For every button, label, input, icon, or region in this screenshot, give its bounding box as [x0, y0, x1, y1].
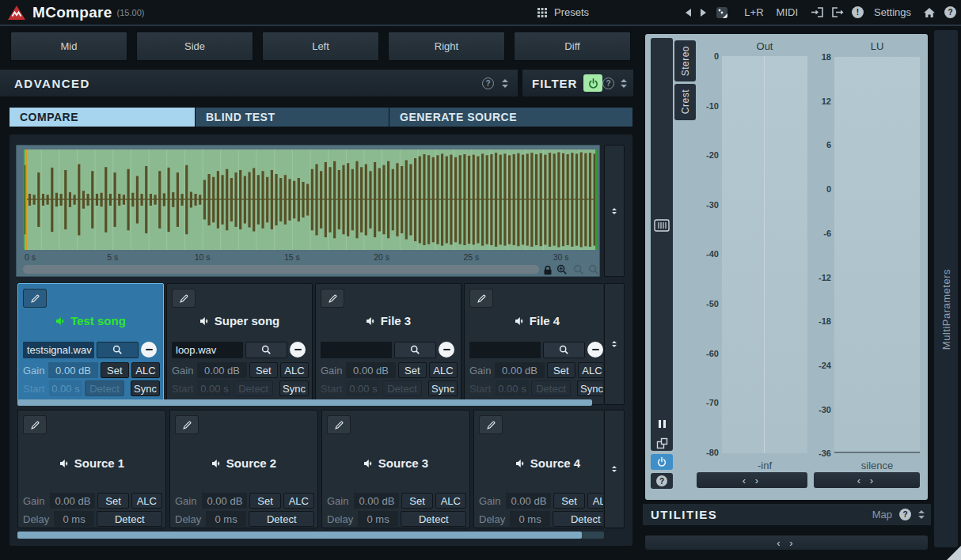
gain-value[interactable]: 0.00 dB [346, 362, 395, 378]
sources-scrollbar-track[interactable] [17, 532, 604, 539]
lock-button[interactable] [543, 264, 553, 278]
gain-value[interactable]: 0.00 dB [50, 493, 95, 509]
set-button[interactable]: Set [547, 362, 575, 378]
filename-field[interactable]: testsignal.wav [23, 342, 94, 358]
channel-button-diff[interactable]: Diff [514, 32, 631, 61]
start-value[interactable]: 0.00 s [198, 380, 231, 396]
tab-compare[interactable]: COMPARE [9, 108, 195, 127]
multiparameters-strip[interactable]: MultiParameters [934, 30, 958, 547]
window-resize-grip[interactable] [947, 546, 961, 560]
filter-collapse-control[interactable] [621, 79, 627, 88]
alc-button[interactable]: ALC [283, 493, 314, 509]
set-button[interactable]: Set [249, 362, 278, 378]
pause-button[interactable] [651, 416, 673, 432]
home-button[interactable] [923, 7, 936, 18]
advanced-help-icon[interactable]: ? [482, 78, 494, 89]
detect-button[interactable]: Detect [97, 511, 162, 527]
set-button[interactable]: Set [401, 493, 432, 509]
file-slot[interactable]: File 3 Gain 0.00 dB Set ALC Start 0.00 s… [315, 283, 462, 405]
import-button[interactable] [811, 6, 824, 18]
filter-help-icon[interactable]: ? [602, 78, 614, 89]
waveform-plot[interactable] [23, 149, 597, 250]
alc-button[interactable]: ALC [435, 493, 466, 509]
alc-button[interactable]: ALC [587, 493, 603, 509]
gain-value[interactable]: 0.00 dB [48, 362, 97, 378]
channel-button-mid[interactable]: Mid [10, 32, 127, 61]
waveform-display[interactable]: 0 s5 s10 s15 s20 s25 s30 s [16, 145, 600, 277]
file-slot[interactable]: File 4 Gain 0.00 dB Set ALC Start 0.00 s… [464, 283, 603, 405]
detect-button[interactable]: Detect [531, 380, 571, 396]
start-value[interactable]: 0.00 s [347, 380, 380, 396]
alc-button[interactable]: ALC [578, 362, 603, 378]
sync-button[interactable]: Sync [577, 380, 603, 396]
remove-button[interactable] [439, 342, 454, 358]
help-button[interactable]: ? [944, 6, 956, 18]
detect-button[interactable]: Detect [85, 380, 124, 396]
sync-button[interactable]: Sync [279, 380, 309, 396]
browse-button[interactable] [543, 342, 585, 358]
edit-button[interactable] [172, 289, 196, 308]
start-value[interactable]: 0.00 s [496, 380, 529, 396]
info-button[interactable]: ! [852, 6, 864, 18]
zoom-in-button[interactable] [556, 264, 568, 278]
remove-button[interactable] [587, 342, 603, 358]
detect-button[interactable]: Detect [401, 511, 466, 527]
popup-button[interactable] [651, 435, 673, 451]
random-preset-button[interactable] [716, 6, 728, 19]
edit-button[interactable] [479, 415, 503, 434]
waveform-scrollbar[interactable] [23, 265, 539, 274]
source-slot[interactable]: Source 4 Gain 0.00 dB Set ALC Delay 0 ms… [473, 410, 603, 528]
waveform-resize-strip[interactable] [604, 145, 625, 277]
channel-mode-button[interactable]: L+R [744, 6, 763, 18]
source-slot[interactable]: Source 3 Gain 0.00 dB Set ALC Delay 0 ms… [321, 410, 470, 528]
detect-button[interactable]: Detect [249, 511, 314, 527]
lu-resize-bar[interactable]: ‹ › [814, 472, 920, 488]
files-scrollbar[interactable] [17, 399, 592, 406]
alc-button[interactable]: ALC [429, 362, 458, 378]
filename-field[interactable] [321, 342, 392, 358]
filename-field[interactable]: loop.wav [172, 342, 243, 358]
source-slot[interactable]: Source 1 Gain 0.00 dB Set ALC Delay 0 ms… [17, 410, 166, 528]
sources-resize-strip[interactable] [604, 410, 625, 528]
meter-help-button[interactable]: ? [651, 473, 673, 489]
gain-value[interactable]: 0.00 dB [354, 493, 399, 509]
start-value[interactable]: 0.00 s [49, 380, 82, 396]
gain-value[interactable]: 0.00 dB [506, 493, 551, 509]
midi-button[interactable]: MIDI [777, 6, 798, 18]
set-button[interactable]: Set [249, 493, 280, 509]
utilities-help-icon[interactable]: ? [899, 509, 911, 520]
export-button[interactable] [831, 6, 845, 18]
advanced-section-header[interactable]: ADVANCED ? [0, 70, 518, 96]
browse-button[interactable] [394, 342, 436, 358]
detect-button[interactable]: Detect [234, 380, 273, 396]
delay-value[interactable]: 0 ms [358, 511, 399, 527]
browse-button[interactable] [245, 342, 287, 358]
advanced-collapse-control[interactable] [502, 79, 508, 88]
set-button[interactable]: Set [101, 362, 129, 378]
remove-button[interactable] [141, 342, 157, 358]
file-slot[interactable]: Super song loop.wav Gain 0.00 dB Set ALC… [166, 283, 313, 405]
filter-power-button[interactable] [583, 74, 602, 92]
edit-button[interactable] [321, 289, 344, 308]
edit-button[interactable] [327, 415, 351, 434]
edit-button[interactable] [23, 415, 47, 434]
delay-value[interactable]: 0 ms [54, 511, 95, 527]
preset-prev-button[interactable] [686, 9, 691, 17]
settings-button[interactable]: Settings [874, 6, 911, 18]
file-slot[interactable]: Test song testsignal.wav Gain 0.00 dB Se… [17, 283, 164, 405]
source-slot[interactable]: Source 2 Gain 0.00 dB Set ALC Delay 0 ms… [169, 410, 318, 528]
files-resize-strip[interactable] [604, 283, 625, 405]
utilities-collapse-control[interactable] [918, 510, 925, 519]
channel-button-right[interactable]: Right [388, 32, 505, 61]
delay-value[interactable]: 0 ms [510, 511, 551, 527]
detect-button[interactable]: Detect [553, 511, 603, 527]
tab-blind-test[interactable]: BLIND TEST [196, 108, 389, 127]
edit-button[interactable] [23, 289, 47, 308]
channel-button-left[interactable]: Left [262, 32, 379, 61]
out-resize-bar[interactable]: ‹ › [697, 472, 807, 488]
zoom-out-button[interactable] [573, 264, 584, 278]
remove-button[interactable] [290, 342, 306, 358]
edit-button[interactable] [175, 415, 199, 434]
detect-button[interactable]: Detect [382, 380, 422, 396]
preset-next-button[interactable] [701, 9, 706, 17]
